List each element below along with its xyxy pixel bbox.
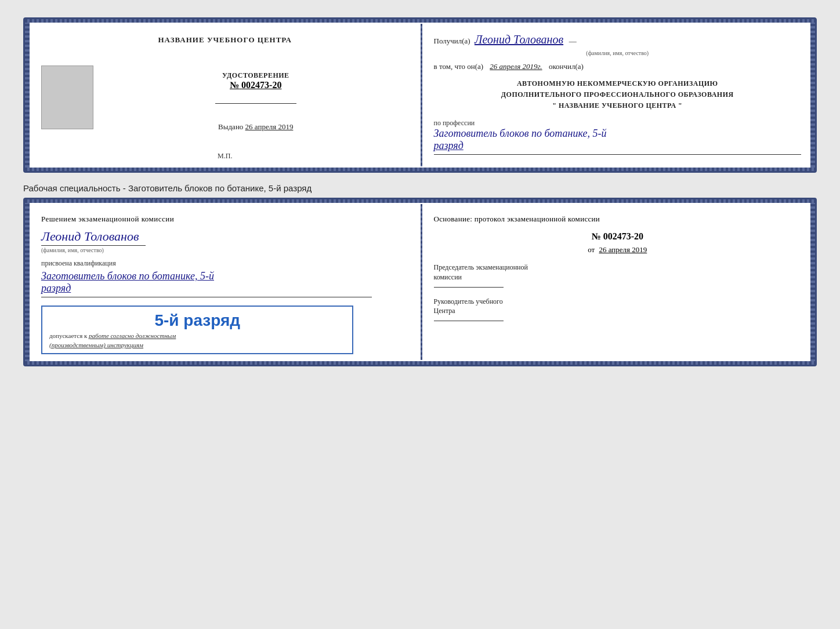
top-left-panel: НАЗВАНИЕ УЧЕБНОГО ЦЕНТРА УДОСТОВЕРЕНИЕ №… xyxy=(30,24,421,166)
chairman-title: Председатель экзаменационной комиссии xyxy=(434,263,802,282)
qualification-label: присвоена квалификация xyxy=(41,259,409,268)
signature-line-top xyxy=(215,103,296,104)
director-title: Руководитель учебного Центра xyxy=(434,297,802,317)
stamp-box: 5-й разряд допускается к работе согласно… xyxy=(41,306,353,354)
cert-number-value: 002473-20 xyxy=(241,80,281,90)
left-with-photo: УДОСТОВЕРЕНИЕ № 002473-20 Выдано 26 апре… xyxy=(41,66,409,132)
stamp-line2: (производственным) инструкциям xyxy=(49,341,345,348)
chairman-line2: комиссии xyxy=(434,273,462,281)
qualification-name: Заготовитель блоков по ботанике, 5-й xyxy=(41,270,409,282)
completed-line: в том, что он(а) 26 апреля 2019г. окончи… xyxy=(434,62,802,71)
bottom-doc-content: Решением экзаменационной комиссии Леонид… xyxy=(30,199,810,365)
cert-label: УДОСТОВЕРЕНИЕ xyxy=(222,71,289,80)
protocol-date-value: 26 апреля 2019 xyxy=(599,245,647,254)
person-name: Леонид Толованов xyxy=(41,229,409,244)
rank-underline-bottom xyxy=(41,297,372,297)
issued-date: 26 апреля 2019 xyxy=(245,122,294,131)
issued-label: Выдано xyxy=(218,122,243,131)
director-sig-line xyxy=(434,321,504,321)
top-right-panel: Получил(а) Леонид Толованов — (фамилия, … xyxy=(422,24,811,166)
completed-suffix: окончил(а) xyxy=(549,62,584,71)
chairman-sig-line xyxy=(434,287,504,288)
bottom-left-panel: Решением экзаменационной комиссии Леонид… xyxy=(30,204,421,361)
protocol-date-prefix: от xyxy=(588,245,595,254)
profession-label: по профессии xyxy=(434,119,802,128)
cert-info: УДОСТОВЕРЕНИЕ № 002473-20 Выдано 26 апре… xyxy=(103,66,409,132)
specialty-label: Рабочая специальность - Заготовитель бло… xyxy=(23,179,817,198)
rank-text-top: разряд xyxy=(434,140,802,152)
issued-line: Выдано 26 апреля 2019 xyxy=(218,122,293,132)
stamp-line1: допускается к xyxy=(49,332,87,339)
photo-placeholder xyxy=(41,66,93,129)
commission-title: Решением экзаменационной комиссии xyxy=(41,213,409,225)
protocol-date: от 26 апреля 2019 xyxy=(434,245,802,254)
profession-name: Заготовитель блоков по ботанике, 5-й xyxy=(434,128,802,140)
right-border-bottom xyxy=(810,199,815,365)
basis-title: Основание: протокол экзаменационной коми… xyxy=(434,213,802,225)
director-line1: Руководитель учебного xyxy=(434,297,503,306)
profession-block: по профессии Заготовитель блоков по бота… xyxy=(434,119,802,155)
stamp-link-text: работе согласно должностным xyxy=(89,332,176,339)
cert-number: № 002473-20 xyxy=(222,80,289,90)
completed-prefix: в том, что он(а) xyxy=(434,62,484,71)
chairman-block: Председатель экзаменационной комиссии xyxy=(434,263,802,288)
institution-label-top: НАЗВАНИЕ УЧЕБНОГО ЦЕНТРА xyxy=(158,35,292,45)
recipient-name: Леонид Толованов xyxy=(475,33,563,46)
recipient-line: Получил(а) Леонид Толованов — xyxy=(434,33,802,46)
left-border-bottom xyxy=(25,199,30,365)
fio-label-top: (фамилия, имя, отчество) xyxy=(434,50,802,56)
rank-underline xyxy=(434,154,802,155)
director-block: Руководитель учебного Центра xyxy=(434,297,802,322)
org-block: АВТОНОМНУЮ НЕКОММЕРЧЕСКУЮ ОРГАНИЗАЦИЮ ДО… xyxy=(434,78,802,112)
page-wrapper: НАЗВАНИЕ УЧЕБНОГО ЦЕНТРА УДОСТОВЕРЕНИЕ №… xyxy=(12,12,828,378)
mp-label: М.П. xyxy=(218,152,232,161)
org-line1: АВТОНОМНУЮ НЕКОММЕРЧЕСКУЮ ОРГАНИЗАЦИЮ xyxy=(434,78,802,89)
director-line2: Центра xyxy=(434,307,455,315)
chairman-line1: Председатель экзаменационной xyxy=(434,263,528,271)
top-document-card: НАЗВАНИЕ УЧЕБНОГО ЦЕНТРА УДОСТОВЕРЕНИЕ №… xyxy=(23,17,817,173)
fio-label-bottom: (фамилия, имя, отчество) xyxy=(41,247,409,253)
right-border-top xyxy=(810,19,815,171)
protocol-number: № 002473-20 xyxy=(434,231,802,242)
stamp-rank: 5-й разряд xyxy=(49,311,345,330)
name-underline xyxy=(41,245,146,246)
top-doc-content: НАЗВАНИЕ УЧЕБНОГО ЦЕНТРА УДОСТОВЕРЕНИЕ №… xyxy=(30,19,810,171)
completed-date: 26 апреля 2019г. xyxy=(490,62,542,71)
cert-number-prefix: № xyxy=(230,80,239,90)
bottom-right-panel: Основание: протокол экзаменационной коми… xyxy=(422,204,811,361)
received-prefix: Получил(а) xyxy=(434,37,470,45)
bottom-document-card: Решением экзаменационной комиссии Леонид… xyxy=(23,198,817,367)
stamp-text: допускается к работе согласно должностны… xyxy=(49,332,345,339)
org-line3: " НАЗВАНИЕ УЧЕБНОГО ЦЕНТРА " xyxy=(434,100,802,111)
commission-line1: Решением экзаменационной комиссии xyxy=(41,214,174,223)
org-line2: ДОПОЛНИТЕЛЬНОГО ПРОФЕССИОНАЛЬНОГО ОБРАЗО… xyxy=(434,89,802,100)
left-border xyxy=(25,19,30,171)
rank-text-bottom: разряд xyxy=(41,282,409,294)
cert-number-area: УДОСТОВЕРЕНИЕ № 002473-20 xyxy=(222,71,289,90)
